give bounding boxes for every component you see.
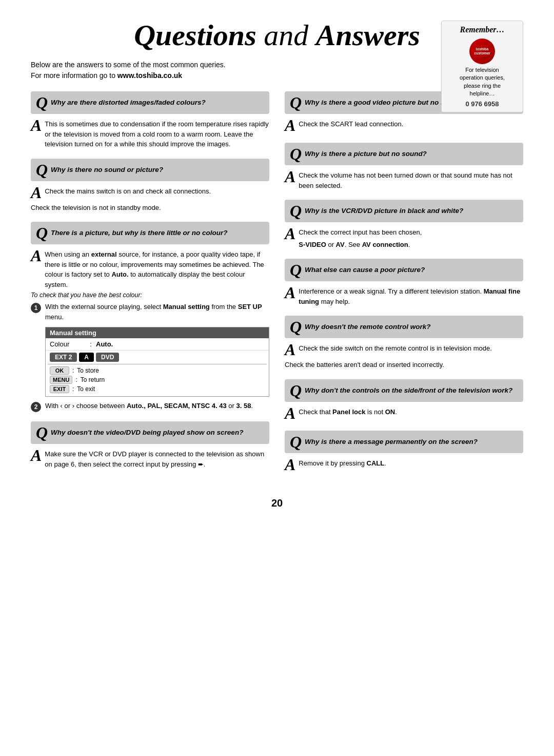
rq-label-5: Q Why doesn't the remote control work? [285, 316, 523, 338]
qa-block-4: Q Why doesn't the video/DVD being played… [31, 421, 269, 469]
ra-row-3: A Check the correct input has been chose… [285, 225, 523, 249]
rq-label-4: Q What else can cause a poor picture? [285, 259, 523, 281]
key-row-ok: OK : To store [50, 366, 265, 375]
a-row-4: A Make sure the VCR or DVD player is con… [31, 447, 269, 469]
rq-label-3: Q Why is the VCR/DVD picture in black an… [285, 200, 523, 222]
rqa-block-3: Q Why is the VCR/DVD picture in black an… [285, 200, 523, 249]
rqa-block-7: Q Why is there a message permanently on … [285, 431, 523, 473]
ms-buttons: EXT 2 A DVD [46, 351, 269, 364]
ra-row-7: A Remove it by pressing CALL. [285, 456, 523, 473]
manual-setting-box: Manual setting Colour : Auto. EXT 2 A DV… [45, 327, 269, 397]
ra-row-6: A Check that Panel lock is not ON. [285, 405, 523, 421]
q-label-3: Q There is a picture, but why is there l… [31, 222, 269, 244]
rq-label-7: Q Why is there a message permanently on … [285, 431, 523, 453]
left-column: Q Why are there distorted images/faded c… [31, 91, 269, 482]
a-row-2: A Check the mains switch is on and check… [31, 184, 269, 201]
a-row-3: A When using an external source, for ins… [31, 247, 269, 289]
qa-block-3: Q There is a picture, but why is there l… [31, 222, 269, 412]
toshiba-logo: toshibacustomer [469, 38, 495, 64]
title-area: Questions and Answers [134, 21, 420, 50]
rqa-block-6: Q Why don't the controls on the side/fro… [285, 379, 523, 421]
page-header: Questions and Answers Remember… toshibac… [31, 21, 523, 50]
rqa-block-4: Q What else can cause a poor picture? A … [285, 259, 523, 306]
page-title: Questions and Answers [134, 18, 420, 52]
rq-label-6: Q Why don't the controls on the side/fro… [285, 379, 523, 402]
page-number: 20 [31, 497, 523, 509]
ms-colour-row: Colour : Auto. [46, 338, 269, 351]
q-label-4: Q Why doesn't the video/DVD being played… [31, 421, 269, 444]
right-column: Q Why is there a good video picture but … [285, 91, 523, 482]
q-label-2: Q Why is there no sound or picture? [31, 159, 269, 181]
a-row-1: A This is sometimes due to condensation … [31, 117, 269, 149]
qa-block-1: Q Why are there distorted images/faded c… [31, 91, 269, 149]
rqa-block-5: Q Why doesn't the remote control work? A… [285, 316, 523, 370]
remember-text: For television operation queries, please… [447, 66, 518, 98]
rqa-block-2: Q Why is there a picture but no sound? A… [285, 143, 523, 190]
key-row-exit: EXIT : To exit [50, 385, 265, 393]
ra-row-5: A Check the side switch on the remote co… [285, 341, 523, 358]
qa-block-2: Q Why is there no sound or picture? A Ch… [31, 159, 269, 213]
q-label-1: Q Why are there distorted images/faded c… [31, 91, 269, 114]
ms-keys: OK : To store MENU : To return EXIT : To… [46, 364, 269, 396]
ra-row-2: A Check the volume has not been turned d… [285, 168, 523, 190]
step-2: 2 With ‹ or › choose between Auto., PAL,… [31, 401, 269, 412]
rq-label-2: Q Why is there a picture but no sound? [285, 143, 523, 165]
key-row-menu: MENU : To return [50, 376, 265, 384]
remember-box: Remember… toshibacustomer For television… [441, 21, 523, 112]
ra-row-4: A Interference or a weak signal. Try a d… [285, 284, 523, 306]
ra-row-1: A Check the SCART lead connection. [285, 117, 523, 133]
step-1: 1 With the external source playing, sele… [31, 302, 269, 322]
main-content: Q Why are there distorted images/faded c… [31, 91, 523, 482]
